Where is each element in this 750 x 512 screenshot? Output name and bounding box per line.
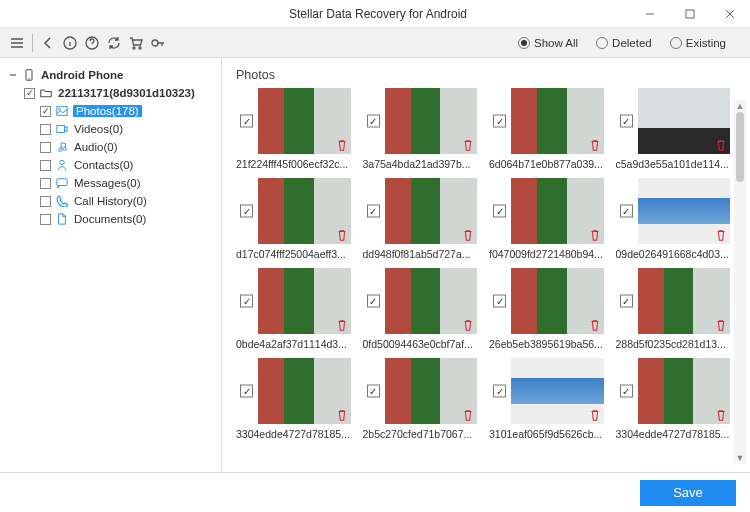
filter-show-all[interactable]: Show All: [518, 37, 578, 49]
tree-root[interactable]: Android Phone: [0, 66, 221, 84]
sidebar-item-messages[interactable]: Messages(0): [0, 174, 221, 192]
thumbnail-image[interactable]: [511, 358, 604, 424]
thumbnail-image[interactable]: [511, 88, 604, 154]
back-icon[interactable]: [37, 32, 59, 54]
thumbnail-image[interactable]: [385, 358, 478, 424]
tree-device[interactable]: 22113171(8d9301d10323): [0, 84, 221, 102]
item-checkbox[interactable]: [40, 178, 51, 189]
filter-deleted[interactable]: Deleted: [596, 37, 652, 49]
thumbnail-filename: 21f224fff45f006ecf32c...: [236, 154, 351, 170]
trash-icon: [589, 409, 601, 421]
sidebar-item-callhistory[interactable]: Call History(0): [0, 192, 221, 210]
item-checkbox[interactable]: [40, 160, 51, 171]
thumbnail-filename: dd948f0f81ab5d727a...: [363, 244, 478, 260]
thumbnail-checkbox[interactable]: [493, 295, 506, 308]
thumbnail-checkbox[interactable]: [240, 295, 253, 308]
item-checkbox[interactable]: [40, 124, 51, 135]
key-icon[interactable]: [147, 32, 169, 54]
thumbnail-image[interactable]: [258, 358, 351, 424]
close-button[interactable]: [710, 0, 750, 28]
item-checkbox[interactable]: [40, 196, 51, 207]
filter-group: Show All Deleted Existing: [518, 37, 744, 49]
svg-point-3: [133, 47, 135, 49]
thumbnail-image[interactable]: [511, 268, 604, 334]
sidebar-item-contacts[interactable]: Contacts(0): [0, 156, 221, 174]
sidebar-item-label: Audio(0): [73, 141, 118, 153]
window-controls: [630, 0, 750, 28]
thumbnail-image[interactable]: [258, 178, 351, 244]
thumbnail-checkbox[interactable]: [493, 385, 506, 398]
thumbnail-checkbox[interactable]: [620, 295, 633, 308]
thumbnail-item[interactable]: 26eb5eb3895619ba56...: [489, 268, 604, 350]
folder-icon: [39, 86, 53, 100]
thumbnail-item[interactable]: 09de026491668c4d03...: [616, 178, 731, 260]
thumbnail-checkbox[interactable]: [620, 205, 633, 218]
scroll-thumb[interactable]: [736, 112, 744, 182]
refresh-icon[interactable]: [103, 32, 125, 54]
thumbnail-checkbox[interactable]: [493, 205, 506, 218]
thumbnail-item[interactable]: c5a9d3e55a101de114...: [616, 88, 731, 170]
help-icon[interactable]: [81, 32, 103, 54]
info-icon[interactable]: [59, 32, 81, 54]
device-checkbox[interactable]: [24, 88, 35, 99]
sidebar-item-photos[interactable]: Photos(178): [0, 102, 221, 120]
thumbnail-item[interactable]: 3304edde4727d78185...: [236, 358, 351, 440]
scroll-track[interactable]: [734, 112, 746, 452]
minimize-button[interactable]: [630, 0, 670, 28]
thumbnail-checkbox[interactable]: [620, 115, 633, 128]
thumbnail-item[interactable]: 0bde4a2af37d1114d3...: [236, 268, 351, 350]
thumbnail-image[interactable]: [638, 358, 731, 424]
thumbnail-item[interactable]: f047009fd2721480b94...: [489, 178, 604, 260]
thumbnail-checkbox[interactable]: [620, 385, 633, 398]
thumbnail-image[interactable]: [258, 268, 351, 334]
thumbnail-checkbox[interactable]: [367, 205, 380, 218]
thumbnail-item[interactable]: 2b5c270cfed71b7067...: [363, 358, 478, 440]
thumbnail-grid: 21f224fff45f006ecf32c...3a75a4bda21ad397…: [236, 88, 730, 440]
thumbnail-image[interactable]: [385, 178, 478, 244]
thumbnail-image[interactable]: [258, 88, 351, 154]
sidebar-item-label: Contacts(0): [73, 159, 134, 171]
thumbnail-item[interactable]: 288d5f0235cd281d13...: [616, 268, 731, 350]
item-checkbox[interactable]: [40, 142, 51, 153]
thumbnail-image[interactable]: [385, 88, 478, 154]
save-button[interactable]: Save: [640, 480, 736, 506]
thumbnail-item[interactable]: 3304edde4727d78185...: [616, 358, 731, 440]
thumbnail-checkbox[interactable]: [367, 115, 380, 128]
thumbnail-checkbox[interactable]: [240, 205, 253, 218]
thumbnail-item[interactable]: d17c074fff25004aeff3...: [236, 178, 351, 260]
sidebar-item-videos[interactable]: Videos(0): [0, 120, 221, 138]
sidebar-item-audio[interactable]: Audio(0): [0, 138, 221, 156]
item-checkbox[interactable]: [40, 214, 51, 225]
collapse-icon[interactable]: [8, 70, 18, 80]
vertical-scrollbar[interactable]: ▲ ▼: [734, 100, 746, 464]
thumbnail-checkbox[interactable]: [493, 115, 506, 128]
maximize-button[interactable]: [670, 0, 710, 28]
thumbnail-checkbox[interactable]: [240, 115, 253, 128]
cart-icon[interactable]: [125, 32, 147, 54]
thumbnail-filename: 09de026491668c4d03...: [616, 244, 731, 260]
thumbnail-image[interactable]: [385, 268, 478, 334]
thumbnail-item[interactable]: 0fd50094463e0cbf7af...: [363, 268, 478, 350]
thumbnail-image[interactable]: [638, 268, 731, 334]
thumbnail-image[interactable]: [511, 178, 604, 244]
trash-icon: [462, 409, 474, 421]
main: Android Phone 22113171(8d9301d10323) Pho…: [0, 58, 750, 472]
thumbnail-item[interactable]: 3a75a4bda21ad397b...: [363, 88, 478, 170]
thumbnail-item[interactable]: 6d064b71e0b877a039...: [489, 88, 604, 170]
thumbnail-image[interactable]: [638, 88, 731, 154]
thumbnail-item[interactable]: dd948f0f81ab5d727a...: [363, 178, 478, 260]
thumbnail-checkbox[interactable]: [367, 385, 380, 398]
sidebar-item-documents[interactable]: Documents(0): [0, 210, 221, 228]
svg-point-4: [139, 47, 141, 49]
thumbnail-checkbox[interactable]: [240, 385, 253, 398]
menu-icon[interactable]: [6, 32, 28, 54]
scroll-up-icon[interactable]: ▲: [734, 100, 746, 112]
thumbnail-item[interactable]: 21f224fff45f006ecf32c...: [236, 88, 351, 170]
thumbnail-image[interactable]: [638, 178, 731, 244]
thumbnail-item[interactable]: 3101eaf065f9d5626cb...: [489, 358, 604, 440]
thumbnail-filename: 26eb5eb3895619ba56...: [489, 334, 604, 350]
filter-existing[interactable]: Existing: [670, 37, 726, 49]
scroll-down-icon[interactable]: ▼: [734, 452, 746, 464]
item-checkbox[interactable]: [40, 106, 51, 117]
thumbnail-checkbox[interactable]: [367, 295, 380, 308]
